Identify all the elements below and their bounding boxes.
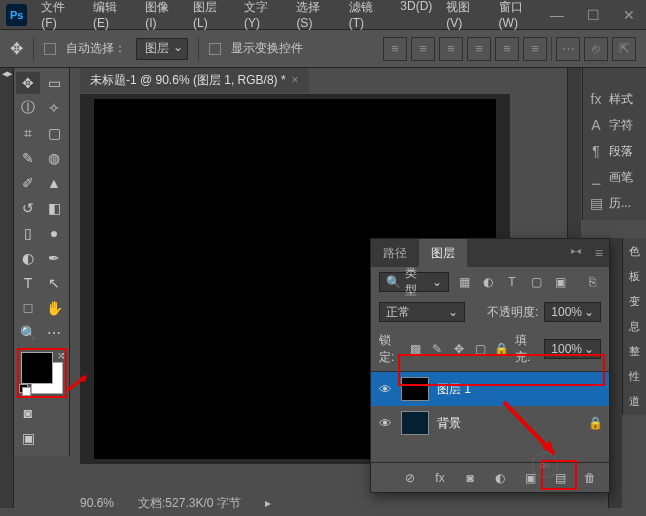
visibility-icon[interactable]: 👁 [377,382,393,397]
align-right-icon[interactable]: ≡ [439,37,463,61]
filter-adjust-icon[interactable]: ◐ [479,273,497,291]
menu-layer[interactable]: 图层(L) [187,0,236,34]
menu-3d[interactable]: 3D(D) [394,0,438,34]
document-tab[interactable]: 未标题-1 @ 90.6% (图层 1, RGB/8) * × [80,68,309,93]
filter-text-icon[interactable]: T [503,273,521,291]
toolbox-expand-strip[interactable] [0,68,14,508]
history-brush-tool[interactable]: ↺ [16,197,40,219]
tab-layers[interactable]: 图层 [419,239,467,267]
crop-tool[interactable]: ⌗ [16,122,40,144]
stamp-tool[interactable]: ▲ [42,172,66,194]
panel-adjustments[interactable]: 变 [625,294,644,309]
text-tool[interactable]: T [16,272,40,294]
opacity-input[interactable]: 100%⌄ [544,302,601,322]
lock-transparent-icon[interactable]: ▩ [408,340,423,358]
panel-history[interactable]: ▤历... [587,190,642,216]
eyedropper-tool[interactable]: ✎ [16,147,40,169]
minimize-button[interactable]: — [546,7,568,23]
layer-name[interactable]: 背景 [437,415,461,432]
right-panels-expand-strip-2[interactable] [608,238,622,508]
panel-styles[interactable]: fx样式 [587,86,642,112]
quick-select-tool[interactable]: ✧ [42,97,66,119]
path-select-tool[interactable]: ↖ [42,272,66,294]
filter-toggle[interactable]: ⎘ [583,273,601,291]
panel-character[interactable]: A字符 [587,112,642,138]
dodge-tool[interactable]: ◐ [16,247,40,269]
edit-toolbar[interactable]: ⋯ [42,322,66,344]
close-button[interactable]: ✕ [618,7,640,23]
swap-colors-icon[interactable]: ⤭ [57,350,65,361]
doc-info-chevron[interactable]: ▸ [265,496,271,510]
panel-collapse-icon[interactable]: ▸◂ [563,239,589,267]
menu-view[interactable]: 视图(V) [440,0,490,34]
align-middle-icon[interactable]: ≡ [495,37,519,61]
panel-brushes[interactable]: ⎯画笔 [587,164,642,190]
align-center-icon[interactable]: ≡ [411,37,435,61]
auto-select-target-dropdown[interactable]: 图层 [136,38,188,60]
default-colors-icon[interactable] [19,384,31,396]
align-left-icon[interactable]: ≡ [383,37,407,61]
layer-item-1[interactable]: 👁 图层 1 [371,372,609,406]
panel-info[interactable]: 息 [625,319,644,334]
menu-image[interactable]: 图像(I) [139,0,185,34]
filter-smart-icon[interactable]: ▣ [551,273,569,291]
layer-thumbnail[interactable] [401,411,429,435]
layer-name[interactable]: 图层 1 [437,381,471,398]
right-panels-expand-strip[interactable] [567,68,581,238]
shape-tool[interactable]: □ [16,297,40,319]
fill-input[interactable]: 100%⌄ [544,339,601,359]
marquee-tool[interactable]: ▭ [42,72,66,94]
menu-file[interactable]: 文件(F) [35,0,85,34]
panel-adjustments2[interactable]: 整 [625,344,644,359]
panel-paragraph[interactable]: ¶段落 [587,138,642,164]
layer-filter-kind[interactable]: 🔍类型⌄ [379,272,449,292]
fg-bg-color[interactable]: ⤭ [17,348,67,398]
eraser-tool[interactable]: ◧ [42,197,66,219]
auto-select-checkbox[interactable] [44,43,56,55]
zoom-tool[interactable]: 🔍 [16,322,40,344]
gradient-tool[interactable]: ▯ [16,222,40,244]
foreground-swatch[interactable] [21,352,53,384]
menu-select[interactable]: 选择(S) [290,0,340,34]
layer-item-bg[interactable]: 👁 背景 🔒 [371,406,609,440]
layer-thumbnail[interactable] [401,377,429,401]
lasso-tool[interactable]: ⓛ [16,97,40,119]
maximize-button[interactable]: ☐ [582,7,604,23]
panel-swatches[interactable]: 板 [625,269,644,284]
delete-layer-icon[interactable]: 🗑 [581,469,599,487]
healing-tool[interactable]: ◍ [42,147,66,169]
blend-mode-dropdown[interactable]: 正常⌄ [379,302,465,322]
frame-tool[interactable]: ▢ [42,122,66,144]
link-layers-icon[interactable]: ⊘ [401,469,419,487]
brush-tool[interactable]: ✐ [16,172,40,194]
lock-artboard-icon[interactable]: ▢ [472,340,487,358]
lock-position-icon[interactable]: ✥ [451,340,466,358]
align-top-icon[interactable]: ≡ [467,37,491,61]
lock-all-icon[interactable]: 🔒 [494,340,509,358]
blur-tool[interactable]: ● [42,222,66,244]
menu-window[interactable]: 窗口(W) [493,0,546,34]
zoom-level[interactable]: 90.6% [80,496,114,510]
hand-tool[interactable]: ✋ [42,297,66,319]
doc-info[interactable]: 文档:527.3K/0 字节 [138,495,241,512]
menu-edit[interactable]: 编辑(E) [87,0,137,34]
quickmask-tool[interactable]: ◙ [16,402,40,424]
distribute-icon[interactable]: ⋯ [556,37,580,61]
adjustment-layer-icon[interactable]: ◐ [491,469,509,487]
3d-mode-icon[interactable]: ⎋ [584,37,608,61]
pen-tool[interactable]: ✒ [42,247,66,269]
filter-shape-icon[interactable]: ▢ [527,273,545,291]
menu-text[interactable]: 文字(Y) [238,0,288,34]
menu-filter[interactable]: 滤镜(T) [343,0,393,34]
visibility-icon[interactable]: 👁 [377,416,393,431]
move-tool[interactable]: ✥ [16,72,40,94]
panel-menu-icon[interactable]: ≡ [589,239,609,267]
close-tab-icon[interactable]: × [292,73,299,87]
panel-color[interactable]: 色 [625,244,644,259]
panel-paths[interactable]: 道 [625,394,644,409]
show-transform-checkbox[interactable] [209,43,221,55]
panel-properties[interactable]: 性 [625,369,644,384]
screenmode-tool[interactable]: ▣ [16,427,40,449]
filter-pixel-icon[interactable]: ▦ [455,273,473,291]
layer-fx-icon[interactable]: fx [431,469,449,487]
